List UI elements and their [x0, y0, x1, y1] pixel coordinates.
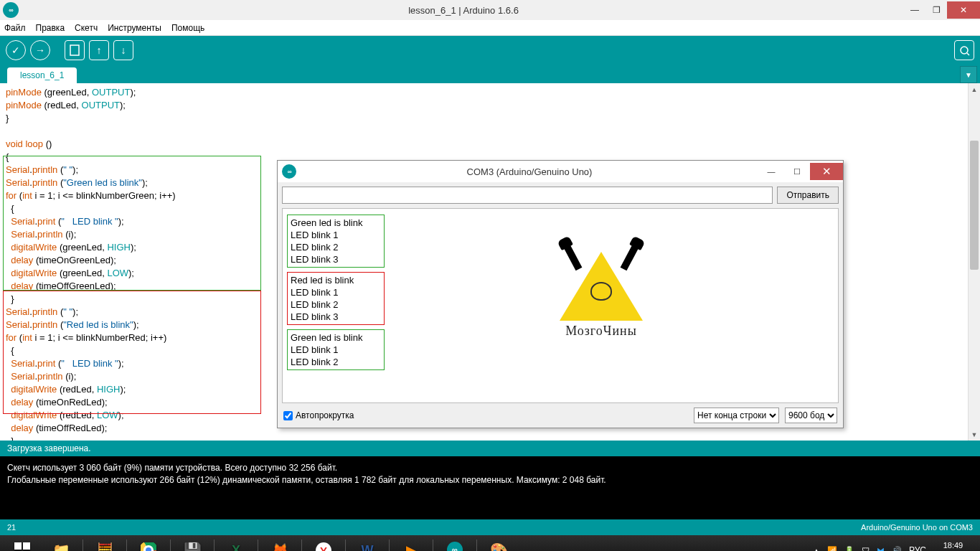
scroll-down-icon[interactable]: ▼ [969, 428, 980, 441]
tray-time: 18:49 [933, 541, 973, 550]
svg-rect-0 [70, 45, 79, 55]
maximize-button[interactable]: ❐ [925, 1, 947, 19]
taskbar-gimp[interactable]: 🎨 [481, 537, 516, 551]
menu-sketch[interactable]: Скетч [75, 23, 98, 33]
tray-bluetooth-icon[interactable]: ⧓ [877, 546, 885, 552]
console-line: Скетч использует 3 060 байт (9%) памяти … [7, 462, 973, 474]
serial-title: COM3 (Arduino/Genuino Uno) [301, 166, 758, 177]
new-button[interactable] [65, 40, 85, 60]
menubar: Файл Правка Скетч Инструменты Помощь [0, 20, 980, 36]
titlebar: ∞ lesson_6_1 | Arduino 1.6.6 — ❐ ✕ [0, 0, 980, 20]
tray-clock[interactable]: 18:49 21.02.2017 [933, 541, 973, 551]
cursor-line: 21 [7, 523, 16, 532]
svg-rect-4 [23, 542, 30, 550]
workspace: pinMode (greenLed, OUTPUT); pinMode (red… [0, 83, 980, 441]
line-ending-select[interactable]: Нет конца строки [694, 408, 779, 423]
watermark-logo: МозгоЧины [537, 252, 666, 337]
menu-tools[interactable]: Инструменты [108, 23, 161, 33]
menu-help[interactable]: Помощь [171, 23, 204, 33]
status-text: Загрузка завершена. [7, 443, 91, 453]
tray-volume-icon[interactable]: 🔊 [892, 546, 902, 552]
serial-maximize-button[interactable]: ☐ [784, 163, 810, 180]
taskbar-word[interactable]: W [350, 537, 385, 551]
serial-line: LED blink 3 [291, 253, 381, 265]
tab-menu-button[interactable]: ▼ [960, 66, 977, 83]
board-info: Arduino/Genuino Uno on COM3 [861, 523, 973, 532]
serial-line: LED blink 2 [291, 298, 381, 311]
serial-input[interactable] [282, 187, 773, 204]
serial-minimize-button[interactable]: — [758, 163, 784, 180]
menu-edit[interactable]: Правка [36, 23, 65, 33]
serial-titlebar: ∞ COM3 (Arduino/Genuino Uno) — ☐ ✕ [278, 161, 843, 182]
taskbar-yandex[interactable]: Y [306, 537, 341, 551]
taskbar-chrome[interactable] [131, 537, 166, 551]
serial-output[interactable]: Green led is blink LED blink 1 LED blink… [282, 208, 839, 403]
serial-line: Red led is blink [291, 274, 381, 286]
serial-line: LED blink 1 [291, 286, 381, 298]
start-button[interactable] [5, 537, 39, 551]
serial-line: Green led is blink [291, 331, 381, 344]
tray-network-icon[interactable]: 📶 [827, 546, 837, 552]
tray-expand-icon[interactable]: ▲ [813, 547, 820, 552]
serial-block-green-1: Green led is blink LED blink 1 LED blink… [287, 215, 385, 268]
serial-line: Green led is blink [291, 217, 381, 229]
scroll-thumb[interactable] [970, 141, 979, 270]
menu-file[interactable]: Файл [4, 23, 26, 33]
taskbar-save-icon[interactable]: 💾 [175, 537, 209, 551]
taskbar-mediaplayer[interactable]: ▶ [394, 537, 428, 551]
editor-scrollbar[interactable]: ▲ ▼ [968, 83, 980, 441]
build-console[interactable]: Скетч использует 3 060 байт (9%) памяти … [0, 456, 980, 519]
serial-close-button[interactable]: ✕ [810, 163, 843, 180]
serial-monitor-window: ∞ COM3 (Arduino/Genuino Uno) — ☐ ✕ Отпра… [277, 160, 844, 428]
toolbar: ✓ → ↑ ↓ [0, 36, 980, 65]
tray-language[interactable]: РУС [909, 545, 926, 551]
status-bar: Загрузка завершена. [0, 441, 980, 456]
taskbar-explorer[interactable]: 📁 [44, 537, 78, 551]
serial-line: LED blink 2 [291, 356, 381, 368]
verify-button[interactable]: ✓ [6, 40, 26, 60]
svg-rect-3 [14, 542, 22, 550]
svg-line-2 [967, 53, 969, 55]
tabstrip: lesson_6_1 ▼ [0, 65, 980, 83]
serial-block-red-1: Red led is blink LED blink 1 LED blink 2… [287, 272, 385, 325]
serial-line: LED blink 1 [291, 344, 381, 356]
taskbar-arduino[interactable]: ∞ [438, 537, 472, 551]
tray-battery-icon[interactable]: 🔋 [844, 546, 854, 552]
autoscroll-checkbox[interactable]: Автопрокрутка [283, 410, 354, 420]
tray-shield-icon[interactable]: 🛡 [862, 546, 870, 551]
open-button[interactable]: ↑ [89, 40, 109, 60]
close-button[interactable]: ✕ [947, 1, 980, 19]
baud-select[interactable]: 9600 бод [785, 408, 837, 423]
serial-line: LED blink 1 [291, 229, 381, 241]
arduino-icon: ∞ [282, 164, 296, 179]
window-title: lesson_6_1 | Arduino 1.6.6 [23, 5, 904, 16]
arduino-icon: ∞ [3, 2, 19, 18]
svg-point-1 [961, 47, 968, 54]
serial-monitor-button[interactable] [954, 40, 974, 60]
scroll-up-icon[interactable]: ▲ [969, 83, 980, 95]
serial-line: LED blink 3 [291, 311, 381, 323]
taskbar-calculator[interactable]: 🧮 [88, 537, 122, 551]
sketch-tab[interactable]: lesson_6_1 [7, 67, 77, 83]
system-tray: ▲ 📶 🔋 🛡 ⧓ 🔊 РУС 18:49 21.02.2017 [813, 541, 977, 551]
upload-button[interactable]: → [30, 40, 50, 60]
save-button[interactable]: ↓ [113, 40, 133, 60]
windows-taskbar: 📁 🧮 💾 X 🦊 Y W ▶ ∞ 🎨 ▲ 📶 🔋 🛡 ⧓ 🔊 РУС 18:4… [0, 535, 980, 551]
serial-block-green-2: Green led is blink LED blink 1 LED blink… [287, 329, 385, 370]
watermark-text: МозгоЧины [537, 325, 666, 337]
taskbar-firefox[interactable]: 🦊 [263, 537, 297, 551]
minimize-button[interactable]: — [904, 1, 925, 19]
footer-bar: 21 Arduino/Genuino Uno on COM3 [0, 519, 980, 535]
console-line: Глобальные переменные используют 266 бай… [7, 474, 973, 486]
serial-line: LED blink 2 [291, 241, 381, 253]
taskbar-excel[interactable]: X [219, 537, 253, 551]
serial-send-button[interactable]: Отправить [777, 187, 839, 204]
